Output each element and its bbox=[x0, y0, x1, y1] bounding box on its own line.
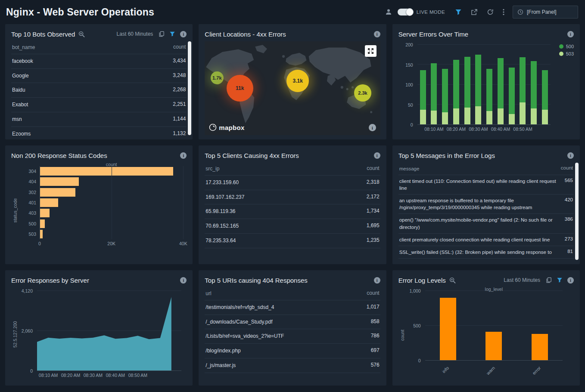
stacked-bar[interactable] bbox=[498, 45, 504, 124]
table-row[interactable]: Ezooms1,132 bbox=[11, 127, 187, 139]
table-row[interactable]: /_downloads/Case_Study.pdf858 bbox=[205, 315, 380, 330]
column-header[interactable]: count bbox=[367, 165, 379, 171]
cell-value: SSL_write() failed (SSL:) (32: Broken pi… bbox=[399, 249, 568, 256]
dashboard-title: Nginx - Web Server Operations bbox=[6, 6, 154, 18]
legend-item[interactable]: 500 bbox=[559, 44, 574, 49]
column-header[interactable]: bot_name bbox=[12, 44, 173, 51]
column-header[interactable]: count bbox=[561, 165, 573, 170]
map-bubble[interactable]: 3.1k bbox=[286, 70, 309, 92]
world-map[interactable]: 1.7k11k3.1k2.3k mapbox bbox=[205, 41, 380, 135]
stacked-bar[interactable] bbox=[486, 45, 492, 124]
time-range-picker[interactable]: [From Panel] bbox=[513, 6, 578, 19]
table-row[interactable]: 169.107.162.2372,172 bbox=[205, 190, 380, 205]
table-row[interactable]: 70.69.152.1651,695 bbox=[205, 219, 380, 234]
refresh-icon[interactable] bbox=[487, 9, 494, 15]
copy-icon[interactable] bbox=[159, 31, 165, 37]
more-menu-icon[interactable] bbox=[503, 9, 504, 15]
column-header[interactable]: count bbox=[173, 44, 186, 50]
legend-label: 503 bbox=[566, 51, 574, 56]
table-row[interactable]: 65.98.119.361,734 bbox=[205, 204, 380, 219]
legend-label: 500 bbox=[566, 44, 574, 49]
bar-segment bbox=[442, 112, 448, 124]
dashboard-grid: Top 10 Bots Observed Last 60 Minutes bot… bbox=[0, 24, 585, 386]
panel-title: Top 10 Bots Observed bbox=[11, 31, 75, 38]
stacked-bar[interactable] bbox=[431, 45, 437, 124]
info-icon[interactable] bbox=[374, 152, 380, 159]
legend-item[interactable]: 503 bbox=[559, 51, 574, 56]
stacked-bar[interactable] bbox=[442, 45, 448, 124]
zoom-in-icon[interactable] bbox=[78, 31, 85, 37]
scrollbar[interactable] bbox=[575, 163, 579, 260]
column-header[interactable]: src_ip bbox=[205, 165, 367, 173]
map-bubble[interactable]: 2.3k bbox=[354, 84, 371, 102]
share-icon[interactable] bbox=[471, 9, 478, 15]
table-row[interactable]: Baidu2,268 bbox=[11, 83, 187, 98]
fullscreen-button[interactable] bbox=[365, 45, 377, 57]
map-bubble[interactable]: 11k bbox=[227, 75, 253, 102]
y-axis: 05001,000 bbox=[405, 291, 423, 361]
info-icon[interactable] bbox=[180, 152, 187, 159]
table-row[interactable]: an upstream response is buffered to a te… bbox=[398, 194, 574, 214]
time-range-value: [From Panel] bbox=[527, 9, 557, 15]
plot-area bbox=[37, 291, 181, 371]
y-tick-label: 0 bbox=[411, 122, 413, 127]
zoom-in-icon[interactable] bbox=[449, 277, 456, 284]
copy-icon[interactable] bbox=[546, 277, 552, 283]
stacked-bar[interactable] bbox=[520, 45, 526, 124]
table-row[interactable]: msn1,144 bbox=[11, 112, 187, 127]
info-icon[interactable] bbox=[567, 277, 574, 284]
cell-value: /blog/index.php bbox=[205, 347, 370, 355]
stacked-bar[interactable] bbox=[453, 45, 459, 124]
stacked-bar[interactable] bbox=[531, 45, 537, 124]
table-row[interactable]: client prematurely closed connection whi… bbox=[398, 234, 574, 246]
table-row[interactable]: 78.235.33.641,235 bbox=[205, 234, 380, 248]
clients-table: src_ipcount17.233.159.602,318169.107.162… bbox=[205, 163, 380, 248]
table-row[interactable]: client timed out (110: Connection timed … bbox=[398, 175, 574, 194]
live-mode-toggle[interactable] bbox=[398, 9, 413, 15]
legend: 500503 bbox=[559, 44, 574, 56]
scrollbar[interactable] bbox=[188, 41, 191, 135]
column-header[interactable]: count bbox=[367, 290, 379, 296]
y-tick-label: 1,000 bbox=[409, 288, 420, 293]
info-icon[interactable] bbox=[567, 31, 574, 37]
table-row[interactable]: SSL_write() failed (SSL:) (32: Broken pi… bbox=[398, 246, 574, 259]
info-icon[interactable] bbox=[180, 277, 187, 284]
stacked-bar[interactable] bbox=[542, 45, 548, 124]
stacked-bar[interactable] bbox=[475, 45, 481, 124]
stacked-bar[interactable] bbox=[420, 45, 426, 124]
cell-value: facebook bbox=[12, 58, 173, 65]
table-row[interactable]: /blog/index.php697 bbox=[205, 344, 380, 358]
cell-value: 70.69.152.165 bbox=[205, 222, 366, 230]
info-icon[interactable] bbox=[374, 277, 380, 284]
table-row[interactable]: /Lists/b/ref=sva_videos_2?ie=UTF786 bbox=[205, 329, 380, 344]
y-tick-label: 50 bbox=[408, 102, 413, 108]
filter-icon[interactable] bbox=[455, 9, 462, 15]
y-tick-label: 500 bbox=[413, 323, 421, 328]
column-header[interactable]: url bbox=[205, 290, 367, 297]
area-series[interactable] bbox=[37, 291, 181, 370]
map-info-icon[interactable] bbox=[369, 124, 376, 131]
map-bubble[interactable]: 1.7k bbox=[211, 71, 224, 84]
panel-filter-icon[interactable] bbox=[169, 31, 175, 37]
info-icon[interactable] bbox=[567, 152, 574, 159]
table-row[interactable]: Google3,248 bbox=[11, 69, 187, 83]
bar-segment bbox=[453, 108, 459, 124]
panel-title: Non 200 Response Status Codes bbox=[11, 152, 107, 159]
stacked-bar[interactable] bbox=[464, 45, 470, 124]
x-tick-label: 08:20 AM bbox=[447, 127, 466, 132]
info-icon[interactable] bbox=[180, 31, 187, 37]
table-row[interactable]: 17.233.159.602,318 bbox=[205, 176, 380, 190]
y-tick-label: 150 bbox=[405, 62, 413, 68]
panel-filter-icon[interactable] bbox=[557, 277, 563, 283]
column-header[interactable]: message bbox=[399, 165, 561, 172]
table-row[interactable]: /testimonials/ref=vfgb_sdsd_41,017 bbox=[205, 300, 380, 315]
table-row[interactable]: /_js/master.js576 bbox=[205, 358, 380, 373]
table-row[interactable]: Exabot2,251 bbox=[11, 98, 187, 112]
table-row[interactable]: open() "/www/com.mysite/mobile-vendor.pn… bbox=[398, 214, 574, 233]
table-row[interactable]: facebook3,434 bbox=[11, 54, 187, 69]
info-icon[interactable] bbox=[374, 31, 380, 37]
stacked-bar[interactable] bbox=[509, 45, 515, 124]
mapbox-logo[interactable]: mapbox bbox=[209, 123, 244, 131]
user-icon[interactable] bbox=[385, 9, 392, 15]
table-header-row: urlcount bbox=[205, 287, 380, 300]
